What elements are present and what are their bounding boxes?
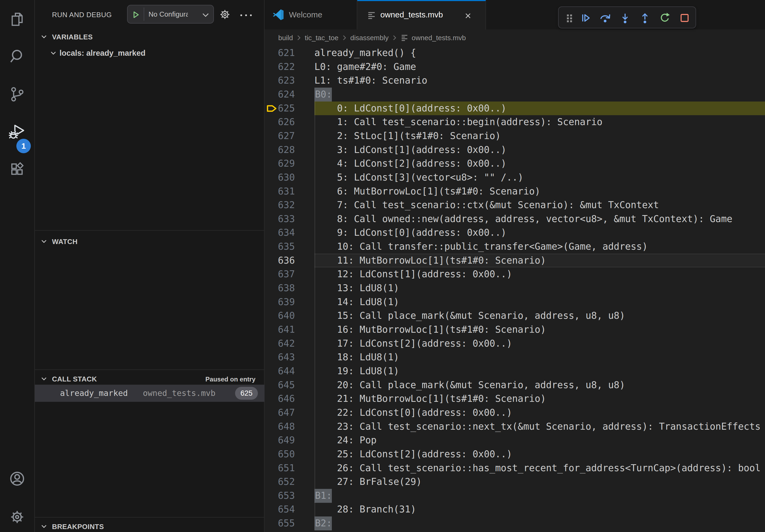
code-line-643[interactable]: 643 18: LdU8(1) (265, 350, 765, 364)
code-line-655[interactable]: 655B2: (265, 516, 765, 530)
breadcrumb-item[interactable]: owned_tests.mvb (412, 34, 466, 42)
line-number[interactable]: 648 (265, 420, 295, 434)
line-number[interactable]: 634 (265, 226, 295, 240)
line-number[interactable]: 645 (265, 378, 295, 392)
code-line-646[interactable]: 646 21: MutBorrowLoc[1](ts#1#0: Scenario… (265, 392, 765, 406)
line-number[interactable]: 643 (265, 350, 295, 364)
code-line-650[interactable]: 650 25: LdConst[2](address: 0x00..) (265, 447, 765, 461)
code-line-630[interactable]: 630 5: LdConst[3](vector<u8>: "" /..) (265, 171, 765, 184)
drag-handle-icon[interactable] (563, 12, 575, 24)
line-number[interactable]: 653 (265, 489, 295, 503)
line-number[interactable]: 632 (265, 198, 295, 212)
line-number[interactable]: 644 (265, 364, 295, 378)
step-into-icon[interactable] (619, 12, 631, 24)
line-number[interactable]: 641 (265, 323, 295, 337)
activity-source-control[interactable] (0, 76, 34, 113)
close-icon[interactable] (464, 12, 472, 20)
code-line-633[interactable]: 633 8: Call owned::new(address, address,… (265, 212, 765, 226)
section-variables[interactable]: VARIABLES (52, 33, 93, 41)
activity-explorer[interactable] (0, 1, 34, 38)
code-line-653[interactable]: 653B1: (265, 489, 765, 503)
activity-extensions[interactable] (0, 150, 34, 188)
line-number[interactable]: 639 (265, 295, 295, 309)
code-line-651[interactable]: 651 26: Call test_scenario::has_most_rec… (265, 461, 765, 475)
line-number[interactable]: 636 (265, 254, 295, 268)
activity-search[interactable] (0, 38, 34, 76)
line-number[interactable]: 626 (265, 115, 295, 129)
line-number[interactable]: 621 (265, 46, 295, 60)
line-number[interactable]: 629 (265, 157, 295, 171)
stop-icon[interactable] (679, 12, 690, 24)
code-line-636[interactable]: 636 11: MutBorrowLoc[1](ts#1#0: Scenario… (265, 254, 765, 268)
restart-icon[interactable] (659, 12, 671, 24)
code-line-644[interactable]: 644 19: LdU8(1) (265, 364, 765, 378)
line-number[interactable]: 631 (265, 184, 295, 198)
debug-settings-gear-icon[interactable] (219, 8, 231, 21)
code-line-645[interactable]: 645 20: Call place_mark(&mut Scenario, a… (265, 378, 765, 392)
variables-scope-locals[interactable]: locals: already_marked (60, 49, 146, 58)
step-over-icon[interactable] (599, 12, 611, 24)
line-number[interactable]: 655 (265, 516, 295, 530)
line-number[interactable]: 628 (265, 143, 295, 157)
line-number[interactable]: 647 (265, 406, 295, 420)
chevron-down-icon[interactable] (40, 33, 48, 40)
code-line-628[interactable]: 628 3: LdConst[1](address: 0x00..) (265, 143, 765, 157)
debug-config-dropdown[interactable]: No Configura (127, 5, 214, 24)
code-line-637[interactable]: 637 12: LdConst[1](address: 0x00..) (265, 267, 765, 281)
code-line-635[interactable]: 635 10: Call transfer::public_transfer<G… (265, 240, 765, 254)
activity-accounts[interactable] (0, 460, 34, 497)
code-line-638[interactable]: 638 13: LdU8(1) (265, 281, 765, 295)
code-line-632[interactable]: 632 7: Call test_scenario::ctx(&mut Scen… (265, 198, 765, 212)
line-number[interactable]: 646 (265, 392, 295, 406)
line-number[interactable]: 622 (265, 60, 295, 74)
more-actions-icon[interactable] (239, 12, 253, 19)
line-number[interactable]: 623 (265, 74, 295, 88)
activity-run-and-debug[interactable]: 1 (0, 113, 34, 150)
line-number[interactable]: 627 (265, 129, 295, 143)
chevron-down-icon[interactable] (50, 49, 57, 57)
breadcrumb-item[interactable]: build (278, 34, 293, 42)
continue-icon[interactable] (580, 12, 591, 24)
tab-welcome[interactable]: Welcome (265, 0, 357, 30)
section-call-stack[interactable]: CALL STACK (52, 375, 97, 383)
code-line-626[interactable]: 626 1: Call test_scenario::begin(address… (265, 115, 765, 129)
section-watch[interactable]: WATCH (52, 238, 77, 246)
code-line-634[interactable]: 634 9: LdConst[0](address: 0x00..) (265, 226, 765, 240)
code-line-641[interactable]: 641 16: MutBorrowLoc[1](ts#1#0: Scenario… (265, 323, 765, 337)
line-number[interactable]: 633 (265, 212, 295, 226)
code-line-624[interactable]: 624B0: (265, 88, 765, 102)
chevron-down-icon[interactable] (40, 375, 48, 383)
breadcrumb-item[interactable]: disassembly (350, 34, 389, 42)
line-number[interactable]: 624 (265, 88, 295, 102)
section-breakpoints[interactable]: BREAKPOINTS (52, 523, 104, 531)
code-line-621[interactable]: 621already_marked() { (265, 46, 765, 60)
line-number[interactable]: 649 (265, 433, 295, 447)
line-number[interactable]: 650 (265, 447, 295, 461)
chevron-down-icon[interactable] (40, 523, 48, 530)
line-number[interactable]: 651 (265, 461, 295, 475)
chevron-down-icon[interactable] (40, 238, 48, 245)
line-number[interactable]: 652 (265, 475, 295, 489)
code-line-654[interactable]: 654 28: Branch(31) (265, 502, 765, 516)
activity-settings[interactable] (0, 498, 34, 532)
call-stack-frame[interactable]: already_marked owned_tests.mvb 625 (35, 385, 265, 402)
breadcrumb-item[interactable]: tic_tac_toe (305, 34, 339, 42)
line-number[interactable]: 654 (265, 502, 295, 516)
line-number[interactable]: 642 (265, 337, 295, 351)
code-line-648[interactable]: 648 23: Call test_scenario::next_tx(&mut… (265, 420, 765, 434)
line-number[interactable]: 638 (265, 281, 295, 295)
step-out-icon[interactable] (639, 12, 651, 24)
line-number[interactable]: 637 (265, 267, 295, 281)
code-line-623[interactable]: 623L1: ts#1#0: Scenario (265, 74, 765, 88)
code-line-629[interactable]: 629 4: LdConst[2](address: 0x00..) (265, 157, 765, 171)
tab-owned-tests[interactable]: owned_tests.mvb (357, 0, 486, 30)
code-line-652[interactable]: 652 27: BrFalse(29) (265, 475, 765, 489)
line-number[interactable]: 630 (265, 171, 295, 184)
code-line-647[interactable]: 647 22: LdConst[0](address: 0x00..) (265, 406, 765, 420)
code-line-622[interactable]: 622L0: game#2#0: Game (265, 60, 765, 74)
code-line-631[interactable]: 631 6: MutBorrowLoc[1](ts#1#0: Scenario) (265, 184, 765, 198)
code-line-649[interactable]: 649 24: Pop (265, 433, 765, 447)
code-line-627[interactable]: 627 2: StLoc[1](ts#1#0: Scenario) (265, 129, 765, 143)
line-number[interactable]: 635 (265, 240, 295, 254)
code-line-640[interactable]: 640 15: Call place_mark(&mut Scenario, a… (265, 309, 765, 323)
